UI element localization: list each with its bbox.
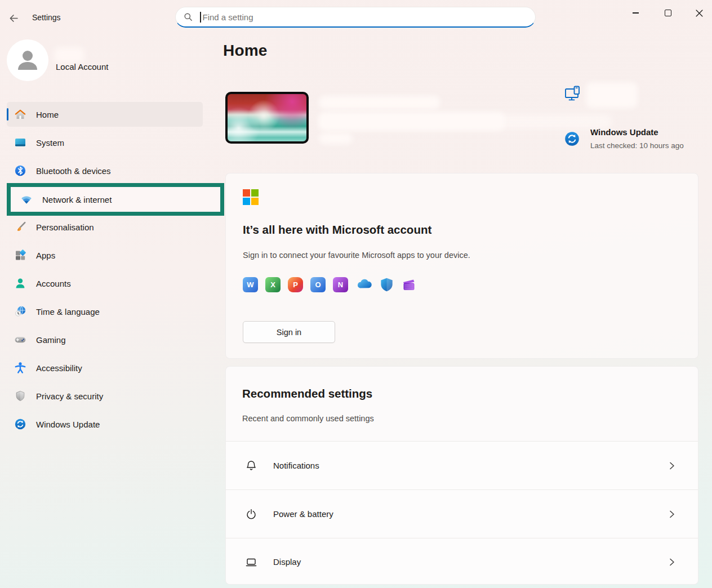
onenote-letter: N [338, 280, 343, 289]
ms-logo-green-square [251, 189, 259, 197]
sidebar-item-label: Personalisation [36, 222, 94, 232]
setting-row-notifications[interactable]: Notifications [226, 441, 698, 489]
pc-rename-button[interactable] [564, 85, 581, 105]
sidebar-item-privacy-security[interactable]: Privacy & security [7, 384, 203, 408]
sidebar-item-label: Windows Update [36, 420, 100, 429]
recommended-subtitle: Recent and commonly used settings [242, 414, 374, 423]
setting-row-power-battery[interactable]: Power & battery [226, 489, 698, 538]
sidebar-item-label: Time & language [36, 307, 100, 317]
ms-logo-red-square [243, 189, 250, 197]
text-cursor [200, 12, 201, 23]
outlook-letter: O [315, 280, 321, 289]
search-input[interactable]: Find a setting [175, 7, 536, 28]
sidebar-item-home[interactable]: Home [7, 102, 203, 127]
globe-clock-icon [14, 305, 26, 318]
system-icon [14, 136, 26, 149]
redacted-link [319, 133, 353, 144]
outlook-icon: O [310, 277, 326, 292]
person-avatar-icon [15, 47, 41, 73]
sidebar-item-label: Home [36, 110, 59, 119]
microsoft-logo-icon [243, 189, 259, 205]
sidebar-item-personalisation[interactable]: Personalisation [7, 215, 203, 239]
sidebar-item-label: Privacy & security [36, 391, 103, 401]
sign-in-button[interactable]: Sign in [243, 321, 335, 343]
power-icon [244, 507, 258, 521]
window-title: Settings [32, 13, 61, 22]
maximize-icon [665, 10, 671, 16]
sidebar-item-label: Accessibility [36, 363, 82, 373]
person-icon [14, 277, 26, 289]
apps-icon [14, 249, 26, 261]
powerpoint-icon: P [288, 277, 303, 292]
wifi-icon [20, 193, 33, 206]
onenote-icon: N [333, 277, 348, 292]
redacted-account-name [54, 47, 84, 63]
chevron-right-icon [668, 510, 677, 519]
sidebar-item-label: Bluetooth & devices [36, 166, 111, 176]
close-button[interactable] [686, 1, 712, 25]
redacted-device-name [319, 96, 440, 109]
clipchamp-icon [401, 277, 416, 292]
chevron-right-icon [668, 558, 677, 567]
selected-accent-bar [7, 108, 8, 121]
chevron-right-icon [668, 461, 677, 470]
accessibility-icon [14, 362, 26, 374]
close-icon [696, 10, 703, 17]
sidebar-item-label: Accounts [36, 279, 71, 288]
msa-card-subtitle: Sign in to connect your favourite Micros… [243, 251, 470, 260]
paintbrush-icon [14, 221, 26, 233]
back-button[interactable] [7, 11, 20, 25]
recommended-settings-card: Recommended settings Recent and commonly… [225, 366, 698, 585]
avatar[interactable] [7, 39, 48, 81]
redacted-device-info [319, 112, 505, 131]
sidebar-item-label: System [36, 138, 64, 148]
maximize-button[interactable] [655, 1, 681, 25]
bell-icon [244, 459, 258, 473]
highlight-box-network-internet[interactable]: Network & internet [7, 183, 224, 216]
sidebar-item-apps[interactable]: Apps [7, 243, 203, 268]
shield-icon [14, 390, 26, 402]
sidebar-item-bluetooth-devices[interactable]: Bluetooth & devices [7, 158, 203, 183]
redacted-rename-label [586, 82, 638, 108]
pc-phone-icon [564, 85, 581, 103]
page-title: Home [223, 42, 268, 60]
minimize-button[interactable] [622, 1, 648, 25]
windows-update-status: Last checked: 10 hours ago [590, 141, 684, 150]
ms-logo-blue-square [243, 198, 250, 205]
sidebar-item-time-language[interactable]: Time & language [7, 299, 203, 324]
onedrive-icon [355, 277, 372, 292]
display-icon [244, 555, 258, 569]
windows-update-title: Windows Update [590, 127, 658, 137]
sidebar-item-label: Network & internet [42, 195, 112, 204]
sidebar-item-gaming[interactable]: Gaming [7, 327, 203, 352]
device-wallpaper-thumbnail [225, 92, 309, 144]
microsoft-account-card: It’s all here with Microsoft account Sig… [225, 173, 698, 359]
sidebar-item-accessibility[interactable]: Accessibility [7, 355, 203, 380]
word-icon: W [243, 277, 258, 292]
excel-icon: X [265, 277, 281, 292]
windows-update-status-button[interactable] [564, 131, 580, 149]
sidebar-item-windows-update[interactable]: Windows Update [7, 412, 203, 436]
setting-row-label: Power & battery [273, 509, 333, 519]
windows-update-icon [564, 131, 580, 146]
setting-row-label: Notifications [273, 461, 319, 470]
ms-logo-yellow-square [251, 198, 259, 205]
gamepad-icon [14, 333, 26, 346]
bluetooth-icon [14, 164, 26, 177]
settings-window: Settings Find a setting Local Account [0, 0, 712, 588]
sidebar-item-accounts[interactable]: Accounts [7, 271, 203, 296]
minimize-icon [633, 12, 639, 13]
sync-icon [14, 418, 26, 430]
setting-row-display[interactable]: Display [226, 538, 698, 585]
sidebar-item-label: Apps [36, 251, 55, 260]
sidebar-item-label: Gaming [36, 335, 66, 345]
sidebar-item-system[interactable]: System [7, 130, 203, 155]
microsoft-apps-row: W X P O N [243, 277, 416, 292]
back-arrow-icon [8, 13, 19, 24]
sign-in-label: Sign in [277, 328, 301, 337]
setting-row-label: Display [273, 557, 301, 567]
search-icon [184, 12, 193, 21]
msa-card-title: It’s all here with Microsoft account [243, 223, 431, 237]
word-letter: W [247, 280, 253, 289]
recommended-title: Recommended settings [242, 387, 372, 400]
